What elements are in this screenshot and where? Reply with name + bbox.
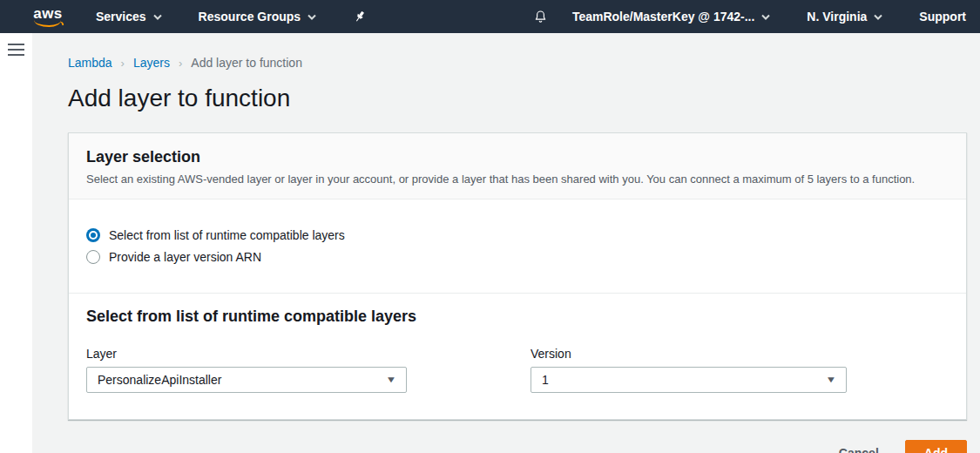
- radio-option-label: Select from list of runtime compatible l…: [109, 228, 345, 242]
- nav-resource-groups-label: Resource Groups: [199, 10, 301, 24]
- nav-services-menu[interactable]: Services: [96, 10, 162, 24]
- region-label: N. Virginia: [807, 10, 867, 24]
- account-label: TeamRole/MasterKey @ 1742-...: [572, 10, 754, 24]
- breadcrumb: Lambda › Layers › Add layer to function: [68, 56, 967, 70]
- layer-field-label: Layer: [86, 347, 407, 361]
- region-menu[interactable]: N. Virginia: [807, 10, 882, 24]
- nav-resource-groups-menu[interactable]: Resource Groups: [199, 10, 316, 24]
- layer-select[interactable]: PersonalizeApiInstaller ▼: [86, 367, 407, 393]
- page-title: Add layer to function: [68, 85, 967, 112]
- top-nav: aws Services Resource Groups TeamRole/Ma: [0, 0, 980, 33]
- pushpin-icon[interactable]: [353, 10, 367, 24]
- add-button[interactable]: Add: [905, 440, 967, 453]
- radio-option-label: Provide a layer version ARN: [109, 250, 261, 264]
- sidebar-rail: [0, 33, 32, 453]
- breadcrumb-current: Add layer to function: [191, 56, 302, 70]
- page-body: Lambda › Layers › Add layer to function …: [0, 33, 980, 453]
- layer-select-value: PersonalizeApiInstaller: [98, 373, 221, 387]
- cancel-button[interactable]: Cancel: [839, 446, 879, 453]
- version-field-label: Version: [531, 347, 847, 361]
- hamburger-menu-icon[interactable]: [8, 42, 24, 59]
- dropdown-caret-icon: ▼: [826, 375, 837, 384]
- footer-actions: Cancel Add: [68, 440, 967, 453]
- breadcrumb-link-lambda[interactable]: Lambda: [68, 56, 112, 70]
- card-header: Layer selection Select an existing AWS-v…: [69, 133, 966, 199]
- version-select[interactable]: 1 ▼: [531, 367, 847, 393]
- aws-logo[interactable]: aws: [0, 5, 96, 28]
- aws-logo-text: aws: [33, 5, 63, 28]
- nav-services-label: Services: [96, 10, 146, 24]
- account-menu[interactable]: TeamRole/MasterKey @ 1742-...: [572, 10, 770, 24]
- card-title: Layer selection: [86, 148, 949, 166]
- breadcrumb-separator-icon: ›: [179, 57, 182, 70]
- layer-field: Layer PersonalizeApiInstaller ▼: [86, 347, 407, 393]
- layer-source-radio-group: Select from list of runtime compatible l…: [69, 199, 966, 293]
- chevron-down-icon: [761, 14, 770, 20]
- section-title: Select from list of runtime compatible l…: [86, 308, 949, 326]
- radio-option-layer-arn[interactable]: Provide a layer version ARN: [86, 250, 949, 264]
- version-field: Version 1 ▼: [531, 347, 847, 393]
- chevron-down-icon: [308, 14, 316, 20]
- radio-selected-icon[interactable]: [86, 228, 100, 242]
- main-content: Lambda › Layers › Add layer to function …: [32, 33, 980, 453]
- nav-support-menu[interactable]: Support: [919, 10, 966, 24]
- nav-support-label: Support: [919, 10, 966, 24]
- radio-unselected-icon[interactable]: [86, 250, 100, 264]
- field-row: Layer PersonalizeApiInstaller ▼ Version …: [86, 347, 949, 393]
- radio-option-runtime-compatible[interactable]: Select from list of runtime compatible l…: [86, 228, 949, 242]
- version-select-value: 1: [542, 373, 549, 387]
- breadcrumb-link-layers[interactable]: Layers: [133, 56, 170, 70]
- chevron-down-icon: [874, 14, 882, 20]
- notifications-bell-icon[interactable]: [533, 9, 548, 24]
- layer-selection-card: Layer selection Select an existing AWS-v…: [68, 132, 967, 420]
- runtime-compatible-section: Select from list of runtime compatible l…: [69, 293, 966, 419]
- chevron-down-icon: [153, 14, 162, 20]
- card-description: Select an existing AWS-vended layer or l…: [86, 172, 949, 186]
- breadcrumb-separator-icon: ›: [121, 57, 125, 70]
- dropdown-caret-icon: ▼: [386, 375, 397, 384]
